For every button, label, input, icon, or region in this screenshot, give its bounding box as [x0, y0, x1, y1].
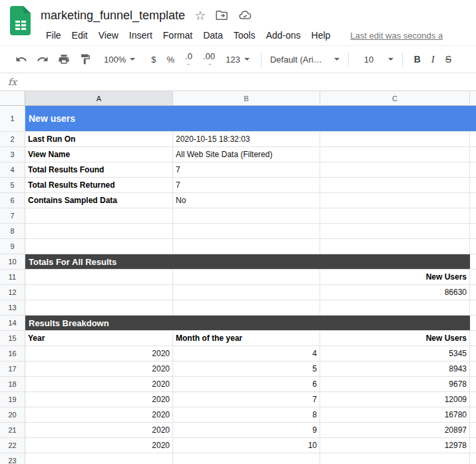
- cell-A11[interactable]: [25, 270, 173, 285]
- menu-edit[interactable]: Edit: [67, 28, 93, 43]
- menu-add-ons[interactable]: Add-ons: [260, 28, 306, 43]
- menu-insert[interactable]: Insert: [124, 28, 158, 43]
- cell-B2[interactable]: 2020-10-15 18:32:03: [173, 132, 320, 147]
- cell-D5[interactable]: [470, 178, 476, 193]
- cell-B12[interactable]: [173, 285, 320, 300]
- row-header-6[interactable]: 6: [0, 193, 25, 208]
- cell-B23[interactable]: [173, 453, 320, 464]
- menu-file[interactable]: File: [41, 28, 67, 43]
- cell-D7[interactable]: [470, 208, 476, 224]
- bold-button[interactable]: B: [414, 54, 421, 65]
- cell-A1-band[interactable]: New users: [25, 106, 476, 132]
- row-header-23[interactable]: 23: [0, 453, 25, 464]
- font-family-select[interactable]: Default (Ari…: [270, 55, 340, 65]
- row-header-19[interactable]: 19: [0, 392, 25, 407]
- cell-A8[interactable]: [25, 224, 173, 239]
- cell-B20[interactable]: 8: [173, 407, 320, 423]
- cell-D18[interactable]: [470, 377, 476, 392]
- cell-C7[interactable]: [320, 208, 470, 224]
- row-header-16[interactable]: 16: [0, 346, 25, 361]
- cell-A17[interactable]: 2020: [25, 361, 173, 377]
- decrease-decimal-button[interactable]: .0 ←: [185, 52, 192, 67]
- cell-B17[interactable]: 5: [173, 361, 320, 377]
- cell-C22[interactable]: 12978: [320, 438, 470, 453]
- cell-A15[interactable]: Year: [25, 331, 173, 346]
- menu-data[interactable]: Data: [198, 28, 228, 43]
- cell-A22[interactable]: 2020: [25, 438, 173, 453]
- cell-D13[interactable]: [470, 300, 476, 316]
- cell-A6[interactable]: Contains Sampled Data: [25, 193, 173, 208]
- cell-C15[interactable]: New Users: [320, 331, 470, 346]
- cell-A7[interactable]: [25, 208, 173, 224]
- sheets-logo[interactable]: [9, 6, 31, 35]
- cell-B8[interactable]: [173, 224, 320, 239]
- cell-A13[interactable]: [25, 300, 173, 316]
- cell-C21[interactable]: 20897: [320, 423, 470, 438]
- cell-B4[interactable]: 7: [173, 162, 320, 178]
- row-header-2[interactable]: 2: [0, 132, 25, 147]
- cell-B15[interactable]: Month of the year: [173, 331, 320, 346]
- cell-D9[interactable]: [470, 239, 476, 254]
- row-header-20[interactable]: 20: [0, 407, 25, 423]
- row-header-4[interactable]: 4: [0, 162, 25, 178]
- cell-C16[interactable]: 5345: [320, 346, 470, 361]
- cell-C18[interactable]: 9678: [320, 377, 470, 392]
- cell-D23[interactable]: [470, 453, 476, 464]
- last-edit-link[interactable]: Last edit was seconds a: [350, 31, 443, 41]
- cell-D17[interactable]: [470, 361, 476, 377]
- cell-B13[interactable]: [173, 300, 320, 316]
- format-percent-button[interactable]: %: [166, 55, 174, 65]
- row-header-3[interactable]: 3: [0, 147, 25, 162]
- cell-A16[interactable]: 2020: [25, 346, 173, 361]
- menu-format[interactable]: Format: [158, 28, 198, 43]
- cell-D10[interactable]: [470, 254, 476, 270]
- cell-B6[interactable]: No: [173, 193, 320, 208]
- cell-A2[interactable]: Last Run On: [25, 132, 173, 147]
- cell-A20[interactable]: 2020: [25, 407, 173, 423]
- italic-button[interactable]: I: [431, 54, 435, 65]
- cell-C9[interactable]: [320, 239, 470, 254]
- row-header-5[interactable]: 5: [0, 178, 25, 193]
- formula-input[interactable]: [26, 73, 476, 91]
- cell-A12[interactable]: [25, 285, 173, 300]
- cell-D8[interactable]: [470, 224, 476, 239]
- cell-A19[interactable]: 2020: [25, 392, 173, 407]
- menu-view[interactable]: View: [93, 28, 124, 43]
- cell-A9[interactable]: [25, 239, 173, 254]
- row-header-1[interactable]: 1: [0, 106, 25, 132]
- cell-A10-band[interactable]: Totals For All Results: [25, 254, 470, 270]
- cell-B5[interactable]: 7: [173, 178, 320, 193]
- cell-A14-band[interactable]: Results Breakdown: [25, 316, 470, 331]
- cell-A4[interactable]: Total Results Found: [25, 162, 173, 178]
- cell-B19[interactable]: 7: [173, 392, 320, 407]
- row-header-12[interactable]: 12: [0, 285, 25, 300]
- number-format-button[interactable]: 123: [226, 55, 250, 65]
- row-header-8[interactable]: 8: [0, 224, 25, 239]
- cell-D20[interactable]: [470, 407, 476, 423]
- cell-A21[interactable]: 2020: [25, 423, 173, 438]
- cell-D3[interactable]: [470, 147, 476, 162]
- row-header-21[interactable]: 21: [0, 423, 25, 438]
- row-header-15[interactable]: 15: [0, 331, 25, 346]
- menu-tools[interactable]: Tools: [228, 28, 261, 43]
- cell-C23[interactable]: [320, 453, 470, 464]
- cell-C12[interactable]: 86630: [320, 285, 470, 300]
- cell-B21[interactable]: 9: [173, 423, 320, 438]
- cell-B22[interactable]: 10: [173, 438, 320, 453]
- cloud-status-icon[interactable]: [238, 9, 252, 22]
- cell-D2[interactable]: [470, 132, 476, 147]
- move-to-folder-icon[interactable]: [215, 9, 228, 22]
- column-header-b[interactable]: B: [173, 91, 320, 106]
- undo-button[interactable]: [15, 53, 27, 65]
- cell-C4[interactable]: [320, 162, 470, 178]
- select-all-corner[interactable]: [0, 91, 25, 106]
- cell-D15[interactable]: [470, 331, 476, 346]
- cell-D22[interactable]: [470, 438, 476, 453]
- cell-C3[interactable]: [320, 147, 470, 162]
- cell-B18[interactable]: 6: [173, 377, 320, 392]
- cell-D19[interactable]: [470, 392, 476, 407]
- cell-C6[interactable]: [320, 193, 470, 208]
- cell-C8[interactable]: [320, 224, 470, 239]
- cell-C2[interactable]: [320, 132, 470, 147]
- column-header-c[interactable]: C: [320, 91, 470, 106]
